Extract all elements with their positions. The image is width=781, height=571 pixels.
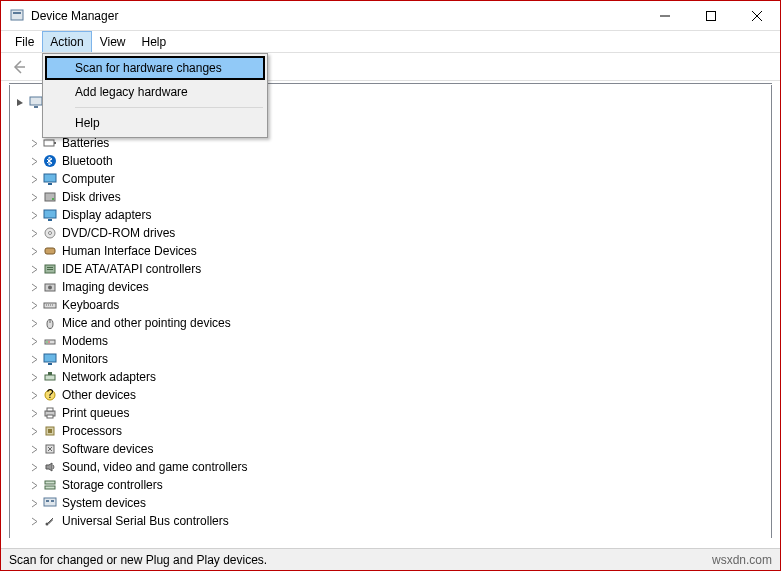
expander-icon[interactable] <box>28 209 40 221</box>
svg-rect-0 <box>11 10 23 20</box>
svg-rect-8 <box>30 97 42 105</box>
tree-item-label: Bluetooth <box>62 154 113 168</box>
expander-icon[interactable] <box>28 191 40 203</box>
expander-icon[interactable] <box>28 227 40 239</box>
menu-add-legacy[interactable]: Add legacy hardware <box>45 80 265 104</box>
menu-view[interactable]: View <box>92 31 134 52</box>
minimize-button[interactable] <box>642 1 688 31</box>
expander-icon[interactable] <box>28 353 40 365</box>
svg-rect-14 <box>48 183 52 185</box>
tree-item-label: Processors <box>62 424 122 438</box>
tree-item-label: Sound, video and game controllers <box>62 460 247 474</box>
expander-icon[interactable] <box>28 335 40 347</box>
expander-icon[interactable] <box>28 389 40 401</box>
menu-separator <box>75 107 263 108</box>
bluetooth-icon <box>42 153 58 169</box>
monitor-icon <box>42 351 58 367</box>
svg-rect-39 <box>45 375 55 380</box>
tree-item[interactable]: Universal Serial Bus controllers <box>10 512 771 530</box>
tree-item-label: Modems <box>62 334 108 348</box>
menu-file[interactable]: File <box>7 31 42 52</box>
tree-item[interactable]: Storage controllers <box>10 476 771 494</box>
expander-icon[interactable] <box>28 443 40 455</box>
tree-item-label: IDE ATA/ATAPI controllers <box>62 262 201 276</box>
svg-rect-37 <box>44 354 56 362</box>
svg-rect-18 <box>48 219 52 221</box>
svg-rect-21 <box>45 248 55 254</box>
expander-icon[interactable] <box>28 173 40 185</box>
tree-item[interactable]: Sound, video and game controllers <box>10 458 771 476</box>
maximize-button[interactable] <box>688 1 734 31</box>
menu-help-item[interactable]: Help <box>45 111 265 135</box>
svg-point-16 <box>52 198 54 200</box>
tree-item[interactable]: Network adapters <box>10 368 771 386</box>
expander-icon[interactable] <box>28 299 40 311</box>
app-icon <box>9 8 25 24</box>
tree-item[interactable]: Keyboards <box>10 296 771 314</box>
tree-item[interactable]: Computer <box>10 170 771 188</box>
tree-item[interactable]: Bluetooth <box>10 152 771 170</box>
tree-item[interactable]: Imaging devices <box>10 278 771 296</box>
tree-item[interactable]: Software devices <box>10 440 771 458</box>
tree-item-label: Keyboards <box>62 298 119 312</box>
svg-rect-30 <box>50 305 51 306</box>
tree-item[interactable]: Disk drives <box>10 188 771 206</box>
expander-icon[interactable] <box>28 281 40 293</box>
svg-rect-24 <box>47 269 53 270</box>
status-bar: Scan for changed or new Plug and Play de… <box>1 548 780 570</box>
menu-bar: File Action View Help <box>1 31 780 53</box>
svg-point-12 <box>44 155 56 167</box>
svg-rect-17 <box>44 210 56 218</box>
menu-help[interactable]: Help <box>134 31 175 52</box>
expander-icon[interactable] <box>28 425 40 437</box>
expander-icon[interactable] <box>28 461 40 473</box>
tree-item[interactable]: Mice and other pointing devices <box>10 314 771 332</box>
mouse-icon <box>42 315 58 331</box>
tree-item[interactable]: ?Other devices <box>10 386 771 404</box>
modem-icon <box>42 333 58 349</box>
tree-item-label: Network adapters <box>62 370 156 384</box>
expander-icon[interactable] <box>28 479 40 491</box>
menu-scan-hardware[interactable]: Scan for hardware changes <box>45 56 265 80</box>
tree-item-label: Batteries <box>62 136 109 150</box>
tree-item[interactable]: Display adapters <box>10 206 771 224</box>
svg-rect-47 <box>48 429 52 433</box>
title-bar: Device Manager <box>1 1 780 31</box>
svg-rect-45 <box>47 415 53 418</box>
back-button[interactable] <box>7 55 31 79</box>
window-buttons <box>642 1 780 30</box>
tree-content: Batteries BluetoothComputerDisk drivesDi… <box>9 85 772 538</box>
tree-item[interactable]: Print queues <box>10 404 771 422</box>
tree-item[interactable]: Processors <box>10 422 771 440</box>
tree-item-label: Human Interface Devices <box>62 244 197 258</box>
expander-icon[interactable] <box>28 515 40 527</box>
tree-item[interactable]: Modems <box>10 332 771 350</box>
expander-open-icon[interactable] <box>14 96 26 108</box>
usb-icon <box>42 513 58 529</box>
cd-icon <box>42 225 58 241</box>
tree-item[interactable]: Human Interface Devices <box>10 242 771 260</box>
tree-item[interactable]: DVD/CD-ROM drives <box>10 224 771 242</box>
svg-rect-31 <box>52 305 53 306</box>
tree-item[interactable]: System devices <box>10 494 771 512</box>
tree-item-label: Storage controllers <box>62 478 163 492</box>
expander-icon[interactable] <box>28 371 40 383</box>
expander-icon[interactable] <box>28 137 40 149</box>
expander-icon[interactable] <box>28 245 40 257</box>
expander-icon[interactable] <box>28 263 40 275</box>
menu-action[interactable]: Action <box>42 31 91 52</box>
close-button[interactable] <box>734 1 780 31</box>
expander-icon[interactable] <box>28 407 40 419</box>
disk-icon <box>42 189 58 205</box>
tree-item[interactable]: IDE ATA/ATAPI controllers <box>10 260 771 278</box>
expander-icon[interactable] <box>28 155 40 167</box>
expander-icon[interactable] <box>28 317 40 329</box>
window-title: Device Manager <box>31 9 642 23</box>
svg-point-26 <box>48 286 52 290</box>
tree-item[interactable]: Monitors <box>10 350 771 368</box>
tree-item-label: Computer <box>62 172 115 186</box>
svg-rect-38 <box>48 363 52 365</box>
svg-rect-23 <box>47 267 53 268</box>
svg-rect-52 <box>46 500 49 502</box>
expander-icon[interactable] <box>28 497 40 509</box>
